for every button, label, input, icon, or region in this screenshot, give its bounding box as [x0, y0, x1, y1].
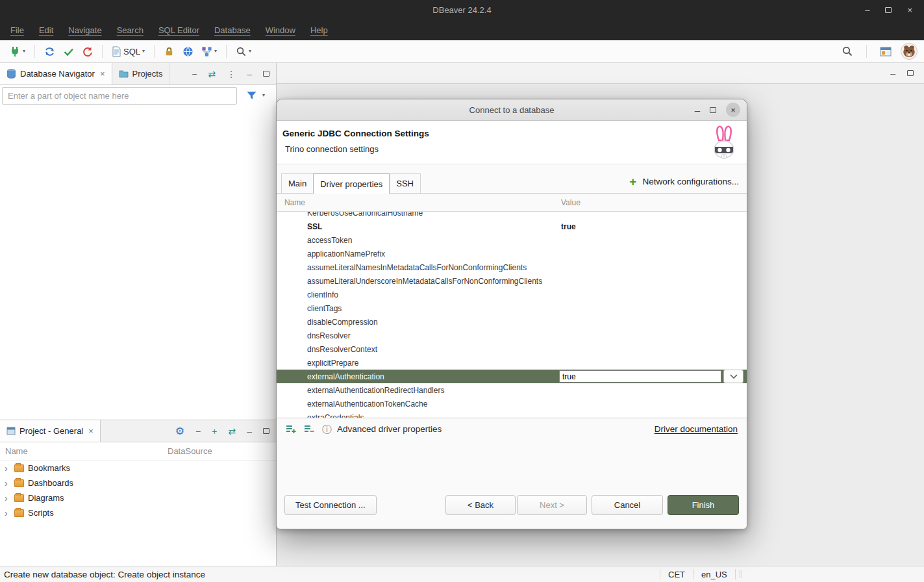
- database-navigator-panel: Database Navigator × Projects − ⇄ ⋮ –: [0, 63, 276, 420]
- window-minimize-icon[interactable]: –: [865, 5, 869, 15]
- network-settings-button[interactable]: ▾: [199, 45, 219, 58]
- column-datasource[interactable]: DataSource: [168, 446, 212, 456]
- column-value[interactable]: Value: [559, 198, 581, 207]
- chevron-right-icon[interactable]: ›: [5, 464, 10, 473]
- property-row[interactable]: explicitPrepare: [277, 356, 747, 370]
- chevron-right-icon[interactable]: ›: [5, 479, 10, 488]
- next-button[interactable]: Next >: [517, 495, 587, 515]
- chevron-down-icon[interactable]: ▾: [262, 93, 265, 98]
- tree-item[interactable]: › Scripts: [0, 505, 276, 520]
- dialog-tab[interactable]: Main: [281, 173, 314, 193]
- link-with-editor-icon[interactable]: ⇄: [208, 70, 216, 79]
- property-row[interactable]: clientTags: [277, 301, 747, 315]
- property-value-input[interactable]: [559, 370, 721, 383]
- close-icon[interactable]: ×: [100, 69, 105, 79]
- property-row[interactable]: dnsResolver: [277, 329, 747, 342]
- commit-button[interactable]: [60, 45, 77, 58]
- property-row[interactable]: KerberosUseCanonicalHostname: [277, 212, 747, 220]
- minimize-panel-icon[interactable]: –: [247, 70, 252, 79]
- menu-item[interactable]: File: [10, 25, 24, 35]
- property-value: [559, 301, 747, 315]
- add-property-button[interactable]: [286, 424, 297, 434]
- column-name[interactable]: Name: [0, 446, 28, 456]
- menu-item[interactable]: Navigate: [68, 25, 101, 35]
- dialog-close-icon[interactable]: ×: [726, 103, 740, 117]
- collapse-all-icon[interactable]: −: [195, 427, 201, 436]
- property-row[interactable]: externalAuthentication true: [277, 370, 747, 383]
- remove-property-button[interactable]: [304, 424, 315, 434]
- tab-database-navigator[interactable]: Database Navigator ×: [0, 63, 112, 84]
- maximize-editor-icon[interactable]: [907, 70, 914, 76]
- test-connection-button[interactable]: Test Connection ...: [284, 495, 377, 515]
- chevron-right-icon[interactable]: ›: [5, 509, 10, 518]
- tab-projects[interactable]: Projects: [112, 63, 170, 84]
- new-connection-button[interactable]: ▾: [6, 44, 28, 58]
- new-sql-editor-button[interactable]: SQL ▾: [109, 45, 147, 58]
- property-row[interactable]: disableCompression: [277, 315, 747, 329]
- close-icon[interactable]: ×: [88, 426, 94, 436]
- menu-item[interactable]: SQL Editor: [158, 25, 199, 35]
- back-button[interactable]: < Back: [445, 495, 516, 515]
- chevron-right-icon[interactable]: ›: [5, 494, 10, 503]
- property-row[interactable]: externalAuthenticationTokenCache: [277, 397, 747, 411]
- menu-item[interactable]: Help: [310, 25, 328, 35]
- property-row[interactable]: assumeLiteralNamesInMetadataCallsForNonC…: [277, 260, 747, 274]
- timezone-indicator[interactable]: CET: [660, 570, 693, 579]
- dialog-minimize-icon[interactable]: –: [695, 105, 700, 115]
- perspective-button[interactable]: [877, 45, 894, 58]
- menu-item[interactable]: Database: [214, 25, 251, 35]
- tree-item[interactable]: › Diagrams: [0, 490, 276, 505]
- network-configurations-button[interactable]: + Network configurations...: [629, 175, 739, 188]
- window-maximize-icon[interactable]: [885, 7, 892, 13]
- dbeaver-avatar[interactable]: [901, 43, 918, 60]
- dialog-titlebar[interactable]: Connect to a database – ×: [277, 99, 747, 121]
- object-filter-input[interactable]: [2, 87, 237, 105]
- property-value: [559, 315, 747, 329]
- cancel-button[interactable]: Cancel: [592, 495, 663, 515]
- property-row[interactable]: SSL true: [277, 220, 747, 233]
- view-menu-icon[interactable]: ⋮: [227, 70, 236, 79]
- tree-item[interactable]: › Bookmarks: [0, 461, 276, 475]
- properties-table[interactable]: KerberosUseCanonicalHostname: [277, 212, 747, 418]
- value-dropdown-button[interactable]: [723, 370, 743, 383]
- window-close-icon[interactable]: ×: [907, 5, 912, 15]
- column-name[interactable]: Name: [277, 198, 559, 207]
- property-row[interactable]: accessToken: [277, 233, 747, 247]
- dialog-maximize-icon[interactable]: [710, 107, 716, 113]
- menu-item[interactable]: Search: [117, 25, 144, 35]
- window-titlebar[interactable]: DBeaver 24.2.4 – ×: [0, 0, 924, 19]
- maximize-panel-icon[interactable]: [263, 71, 269, 77]
- property-row[interactable]: assumeLiteralUnderscoreInMetadataCallsFo…: [277, 274, 747, 288]
- property-row[interactable]: externalAuthenticationRedirectHandlers: [277, 383, 747, 397]
- collapse-all-icon[interactable]: −: [192, 70, 197, 79]
- security-button[interactable]: [161, 45, 177, 58]
- auto-commit-button[interactable]: [42, 45, 58, 58]
- filter-funnel-icon[interactable]: [246, 90, 257, 101]
- tab-label: Project - General: [19, 426, 83, 436]
- property-row[interactable]: extraCredentials: [277, 411, 747, 418]
- dialog-tab[interactable]: SSH: [389, 173, 421, 193]
- browser-button[interactable]: [180, 45, 196, 58]
- navigator-tree[interactable]: [0, 106, 276, 420]
- minimize-editor-icon[interactable]: –: [890, 69, 895, 78]
- tab-project-general[interactable]: Project - General ×: [0, 420, 101, 442]
- property-row[interactable]: dnsResolverContext: [277, 342, 747, 356]
- dialog-tab[interactable]: Driver properties: [313, 173, 390, 194]
- locale-indicator[interactable]: en_US: [693, 570, 735, 579]
- link-with-editor-icon[interactable]: ⇄: [228, 427, 236, 436]
- expand-all-icon[interactable]: +: [212, 427, 217, 436]
- tree-item[interactable]: › Dashboards: [0, 475, 276, 490]
- gear-icon[interactable]: ⚙: [175, 426, 184, 436]
- rollback-button[interactable]: [79, 45, 95, 58]
- minimize-panel-icon[interactable]: –: [247, 427, 252, 436]
- status-grip: [740, 570, 742, 578]
- finish-button[interactable]: Finish: [668, 495, 739, 515]
- property-row[interactable]: clientInfo: [277, 288, 747, 301]
- search-dropdown-button[interactable]: ▾: [233, 45, 254, 58]
- global-search-button[interactable]: [839, 44, 856, 58]
- menu-item[interactable]: Window: [266, 25, 295, 35]
- maximize-panel-icon[interactable]: [263, 428, 269, 434]
- driver-documentation-link[interactable]: Driver documentation: [655, 424, 738, 434]
- menu-item[interactable]: Edit: [39, 25, 53, 35]
- property-row[interactable]: applicationNamePrefix: [277, 247, 747, 260]
